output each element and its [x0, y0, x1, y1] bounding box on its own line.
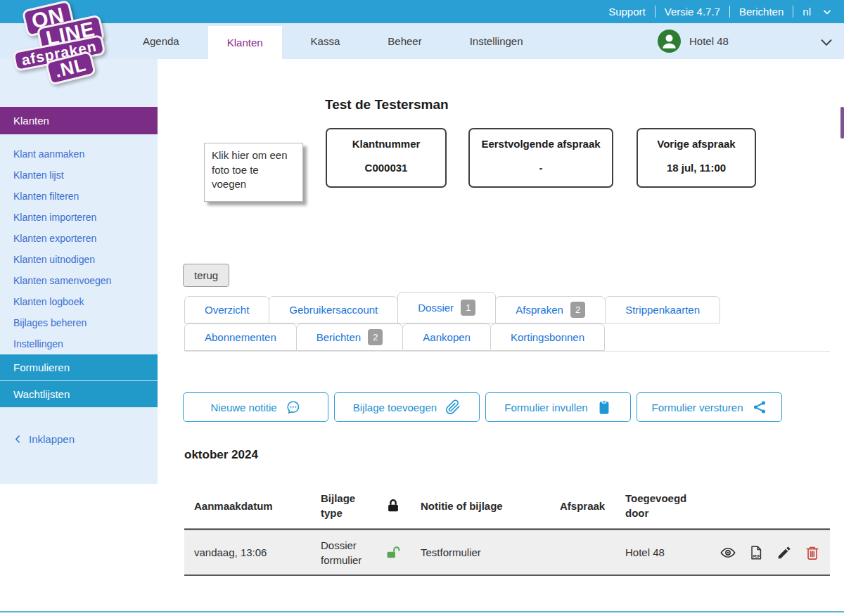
sidebar-item-klanten-samenvoegen[interactable]: Klanten samenvoegen	[0, 270, 158, 291]
header-lock	[374, 498, 411, 513]
tab-afspraken[interactable]: Afspraken 2	[495, 296, 606, 323]
tab-aankopen[interactable]: Aankopen	[402, 323, 491, 351]
add-attachment-button[interactable]: Bijlage toevoegen	[334, 392, 480, 422]
new-note-button[interactable]: Nieuwe notitie	[183, 392, 328, 422]
tab-row-1: Overzicht Gebruikersaccount Dossier 1 Af…	[184, 292, 830, 323]
back-button[interactable]: terug	[183, 264, 229, 287]
sidebar-item-klanten-importeren[interactable]: Klanten importeren	[0, 207, 158, 228]
button-label: Formulier versturen	[651, 402, 743, 413]
card-label: Eerstvolgende afspraak	[470, 138, 612, 150]
sidebar-item-klanten-uitnodigen[interactable]: Klanten uitnodigen	[0, 249, 158, 270]
tab-gebruikersaccount[interactable]: Gebruikersaccount	[269, 296, 398, 323]
paperclip-icon	[445, 399, 461, 415]
nav-item-agenda[interactable]: Agenda	[124, 23, 198, 59]
table-row: vandaag, 13:06 Dossier formulier Testfor…	[184, 529, 830, 576]
tab-berichten[interactable]: Berichten 2	[296, 323, 404, 351]
share-icon	[752, 399, 767, 415]
dossier-actions: Nieuwe notitie Bijlage toevoegen Formuli…	[183, 392, 782, 422]
chevron-left-icon	[13, 435, 23, 444]
button-label: Nieuwe notitie	[210, 402, 276, 413]
next-appointment-card: Eerstvolgende afspraak -	[468, 128, 613, 188]
row-actions: PDF	[705, 545, 830, 560]
dossier-table: Aanmaakdatum Bijlage type Notitie of bij…	[184, 483, 830, 576]
chat-icon	[286, 399, 301, 415]
app-window: Support Versie 4.7.7 Berichten nl Agenda…	[0, 0, 844, 616]
sidebar-collapse-button[interactable]: Inklappen	[0, 433, 158, 445]
account-menu[interactable]: Hotel 48	[658, 23, 729, 59]
add-photo-placeholder[interactable]: Klik hier om een foto toe te voegen	[204, 143, 303, 202]
tab-label: Afspraken	[516, 304, 563, 316]
version-label: Versie 4.7.7	[656, 6, 729, 18]
clipboard-icon	[596, 399, 612, 415]
tab-label: Aankopen	[423, 331, 471, 343]
cell-notitie: Testformulier	[411, 545, 550, 560]
messages-link[interactable]: Berichten	[730, 6, 793, 18]
cell-toegevoegd-door: Hotel 48	[615, 545, 705, 560]
tab-label: Overzicht	[205, 304, 249, 316]
cell-lock-status[interactable]	[374, 544, 411, 561]
nav-item-instellingen[interactable]: Instellingen	[451, 23, 542, 59]
card-value: -	[470, 162, 612, 174]
customer-name-title: Test de Testersman	[325, 97, 449, 113]
tab-label: Kortingsbonnen	[511, 331, 584, 343]
navbar-chevron-down-icon[interactable]	[819, 34, 834, 53]
card-label: Vorige afspraak	[638, 138, 755, 150]
tab-abonnementen[interactable]: Abonnementen	[184, 323, 297, 351]
header-aanmaakdatum: Aanmaakdatum	[184, 499, 311, 513]
tab-label: Dossier	[418, 302, 454, 314]
tab-count-badge: 1	[461, 300, 475, 316]
header-afspraak: Afspraak	[550, 499, 615, 513]
nav-item-beheer[interactable]: Beheer	[369, 23, 440, 59]
account-name: Hotel 48	[689, 35, 729, 47]
sidebar-item-klanten-exporteren[interactable]: Klanten exporteren	[0, 228, 158, 249]
sidebar-item-bijlages-beheren[interactable]: Bijlages beheren	[0, 312, 158, 333]
customer-tabs: Overzicht Gebruikersaccount Dossier 1 Af…	[184, 292, 830, 352]
sidebar-item-klanten-logboek[interactable]: Klanten logboek	[0, 291, 158, 312]
language-selector[interactable]: nl	[793, 6, 820, 18]
header-notitie: Notitie of bijlage	[411, 499, 550, 513]
fill-form-button[interactable]: Formulier invullen	[485, 392, 631, 422]
sidebar-links: Klant aanmaken Klanten lijst Klanten fil…	[0, 134, 158, 354]
tab-kortingsbonnen[interactable]: Kortingsbonnen	[490, 323, 605, 351]
sidebar-item-klanten-lijst[interactable]: Klanten lijst	[0, 165, 158, 186]
sidebar-collapse-label: Inklappen	[29, 433, 75, 445]
main-nav-items: Agenda Klanten Kassa Beheer Instellingen	[124, 23, 542, 59]
tab-label: Abonnementen	[205, 331, 276, 343]
footer-divider	[0, 611, 844, 612]
send-form-button[interactable]: Formulier versturen	[637, 392, 782, 422]
header-toegevoegd-door: Toegevoegd door	[615, 491, 705, 520]
edit-icon[interactable]	[776, 545, 792, 560]
tab-strippenkaarten[interactable]: Strippenkaarten	[605, 296, 720, 323]
sidebar-item-klant-aanmaken[interactable]: Klant aanmaken	[0, 143, 158, 165]
sidebar-section-wachtlijsten[interactable]: Wachtlijsten	[0, 381, 158, 408]
tab-label: Gebruikersaccount	[289, 304, 378, 316]
pdf-download-icon[interactable]: PDF	[748, 545, 764, 560]
previous-appointment-card: Vorige afspraak 18 jul, 11:00	[637, 128, 756, 188]
cell-bijlage-type: Dossier formulier	[311, 538, 374, 567]
tab-count-badge: 2	[570, 302, 585, 318]
svg-text:PDF: PDF	[753, 553, 760, 558]
cell-aanmaakdatum: vandaag, 13:06	[184, 545, 311, 560]
lock-open-icon	[385, 544, 401, 561]
customer-number-card: Klantnummer C000031	[326, 128, 447, 188]
sidebar-section-klanten[interactable]: Klanten	[0, 107, 158, 134]
tab-overzicht[interactable]: Overzicht	[184, 296, 269, 323]
delete-icon[interactable]	[805, 545, 820, 560]
sidebar-item-klanten-filteren[interactable]: Klanten filteren	[0, 186, 158, 207]
month-heading: oktober 2024	[184, 448, 258, 462]
sidebar-section-formulieren[interactable]: Formulieren	[0, 354, 158, 381]
sidebar: Klanten Klant aanmaken Klanten lijst Kla…	[0, 59, 158, 484]
view-icon[interactable]	[720, 545, 736, 560]
nav-item-kassa[interactable]: Kassa	[292, 23, 359, 59]
language-chevron-down-icon[interactable]	[821, 6, 833, 18]
vertical-scrollbar-thumb[interactable]	[840, 107, 844, 139]
nav-item-klanten[interactable]: Klanten	[208, 26, 282, 59]
tab-dossier[interactable]: Dossier 1	[397, 292, 496, 323]
support-link[interactable]: Support	[599, 6, 655, 18]
card-label: Klantnummer	[327, 138, 445, 150]
sidebar-item-instellingen[interactable]: Instellingen	[0, 333, 158, 354]
tab-row-2: Abonnementen Berichten 2 Aankopen Kortin…	[184, 323, 830, 351]
lock-closed-icon	[385, 498, 401, 513]
tab-label: Berichten	[316, 331, 361, 343]
button-label: Formulier invullen	[504, 402, 587, 413]
